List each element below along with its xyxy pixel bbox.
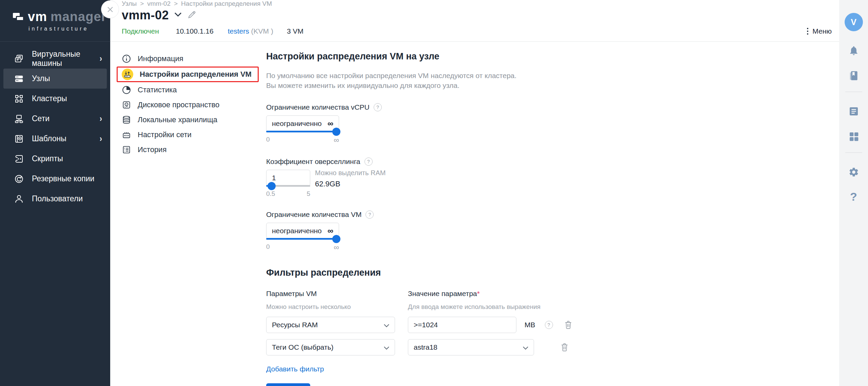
vcpu-slider-track[interactable] <box>266 131 339 132</box>
help-icon[interactable]: ? <box>364 158 373 166</box>
help-button[interactable]: ? <box>850 190 857 203</box>
sidebar-item-scripts[interactable]: Скрипты <box>0 149 110 169</box>
edit-title-button[interactable] <box>187 10 197 21</box>
title-dropdown-button[interactable] <box>174 12 182 18</box>
section-heading: Настройки распределения VM на узле <box>266 51 826 62</box>
ram-hint-value: 62.9GB <box>315 180 386 188</box>
infinity-icon: ∞ <box>328 226 333 236</box>
filter-value-select[interactable]: astra18 <box>408 339 534 355</box>
breadcrumb-nodes[interactable]: Узлы <box>122 0 137 7</box>
overselling-label: Коэффициент оверселлинга <box>266 158 360 166</box>
vm-slider-handle[interactable] <box>332 235 340 243</box>
filters-column-labels: Параметры VM Значение параметра* <box>266 290 826 298</box>
vcpu-limit-input[interactable]: неограниченно ∞ <box>266 115 339 132</box>
user-avatar[interactable]: V <box>845 13 863 31</box>
help-icon[interactable]: ? <box>545 321 553 329</box>
vm-slider-track[interactable] <box>266 238 339 240</box>
node-status-row: Подключен 10.100.1.16 testers (KVM ) 3 V… <box>110 27 839 35</box>
delete-filter-button[interactable] <box>564 320 573 330</box>
tab-label: Настройки распределения VM <box>140 70 252 79</box>
settings-button[interactable] <box>848 166 860 178</box>
sidebar-item-clusters[interactable]: Кластеры <box>0 89 110 109</box>
topbar: Узлы > vmm-02 > Настройки распределения … <box>110 0 839 7</box>
cluster-link[interactable]: testers <box>228 27 249 35</box>
sidebar-nav: Виртуальные машины › Узлы Кластеры С <box>0 42 110 209</box>
menu-button[interactable]: Меню <box>807 27 832 35</box>
tab-local-storages[interactable]: Локальные хранилища <box>121 112 266 127</box>
vm-distribution-icon <box>121 68 134 80</box>
overselling-slider-track[interactable] <box>266 185 310 187</box>
apps-button[interactable] <box>848 131 860 142</box>
filter-param-value: Теги ОС (выбрать) <box>272 343 334 351</box>
vcpu-slider-max: ∞ <box>334 136 339 145</box>
tab-statistics[interactable]: Статистика <box>121 82 266 97</box>
filter-param-value: Ресурсы RAM <box>272 321 318 329</box>
sidebar-item-networks[interactable]: Сети › <box>0 109 110 129</box>
news-button[interactable] <box>848 106 860 117</box>
logo-subtitle: infrastructure <box>13 26 110 32</box>
filter-param-select[interactable]: Ресурсы RAM <box>266 317 395 333</box>
vm-limit-label: Ограничение количества VM <box>266 210 361 219</box>
vm-limit-input[interactable]: неограниченно ∞ <box>266 223 339 239</box>
vm-limit-value: неограниченно <box>272 227 322 235</box>
vcpu-limit-field: Ограничение количества vCPU ? неограниче… <box>266 103 826 145</box>
vm-distribution-form: Настройки распределения VM на узле По ум… <box>266 51 839 386</box>
users-icon <box>14 194 24 204</box>
filter-row-ram: Ресурсы RAM MB ? <box>266 317 826 333</box>
sidebar-item-users[interactable]: Пользователи <box>0 189 110 209</box>
tab-information[interactable]: Информация <box>121 51 266 66</box>
sidebar-item-virtual-machines[interactable]: Виртуальные машины › <box>0 49 110 69</box>
section-description: По умолчанию все настройки распределения… <box>266 71 826 90</box>
bell-icon <box>848 45 859 56</box>
sidebar-item-nodes[interactable]: Узлы <box>3 69 107 89</box>
vcpu-limit-label: Ограничение количества vCPU <box>266 103 370 111</box>
sidebar-item-label: Резервные копии <box>32 174 94 183</box>
vm-count: 3 VM <box>287 27 303 35</box>
filter-value-input[interactable] <box>408 317 516 333</box>
kebab-icon <box>807 28 808 35</box>
vcpu-slider-min: 0 <box>266 136 270 145</box>
help-icon[interactable]: ? <box>374 103 382 111</box>
vm-limit-field: Ограничение количества VM ? неограниченн… <box>266 210 826 252</box>
description-line-1: По умолчанию все настройки распределения… <box>266 71 826 80</box>
tab-network-settings[interactable]: Настройки сети <box>121 127 266 142</box>
chevron-down-icon <box>384 343 389 351</box>
add-filter-link[interactable]: Добавить фильтр <box>266 365 324 373</box>
tab-label: Дисковое пространство <box>138 100 219 109</box>
filter-param-select[interactable]: Теги ОС (выбрать) <box>266 339 395 355</box>
filters-heading: Фильтры распределения <box>266 268 826 278</box>
help-icon[interactable]: ? <box>366 210 374 219</box>
menu-button-label: Меню <box>812 27 832 35</box>
vcpu-slider-handle[interactable] <box>332 128 340 136</box>
save-button[interactable]: Сохранить <box>266 383 310 386</box>
close-button[interactable] <box>101 0 119 18</box>
right-icon-rail: V ? <box>839 0 868 386</box>
sidebar-item-backups[interactable]: Резервные копии <box>0 169 110 189</box>
vm-slider-min: 0 <box>266 243 270 252</box>
tab-disk-space[interactable]: Дисковое пространство <box>121 97 266 112</box>
app-logo: vmmanager infrastructure <box>0 0 110 32</box>
description-line-2: Вы можете изменить их индивидуально для … <box>266 80 826 90</box>
cluster-type: (KVM ) <box>251 27 273 35</box>
parameter-value-hint: Для ввода можете использовать выражения <box>408 303 540 311</box>
tab-history[interactable]: История <box>121 142 266 157</box>
vcpu-limit-value: неограниченно <box>272 120 322 128</box>
page-title: vmm-02 <box>122 8 169 22</box>
documentation-button[interactable] <box>848 70 860 81</box>
delete-filter-button[interactable] <box>560 343 569 352</box>
tab-label: Статистика <box>138 86 177 94</box>
book-icon <box>848 70 859 81</box>
article-icon <box>848 106 859 117</box>
numbered-list-icon <box>121 145 132 155</box>
chevron-down-icon <box>523 343 528 351</box>
sidebar-item-label: Пользователи <box>32 194 83 203</box>
filter-unit-label: MB <box>525 321 535 329</box>
tab-vm-distribution-settings[interactable]: Настройки распределения VM <box>117 67 259 82</box>
filter-row-os-tags: Теги ОС (выбрать) astra18 <box>266 339 826 355</box>
overselling-slider-handle[interactable] <box>268 182 276 190</box>
notifications-button[interactable] <box>848 45 860 56</box>
chevron-down-icon <box>174 12 182 17</box>
sidebar-item-templates[interactable]: Шаблоны › <box>0 129 110 149</box>
breadcrumb-node-name[interactable]: vmm-02 <box>147 0 171 7</box>
breadcrumb-separator: > <box>140 0 144 7</box>
